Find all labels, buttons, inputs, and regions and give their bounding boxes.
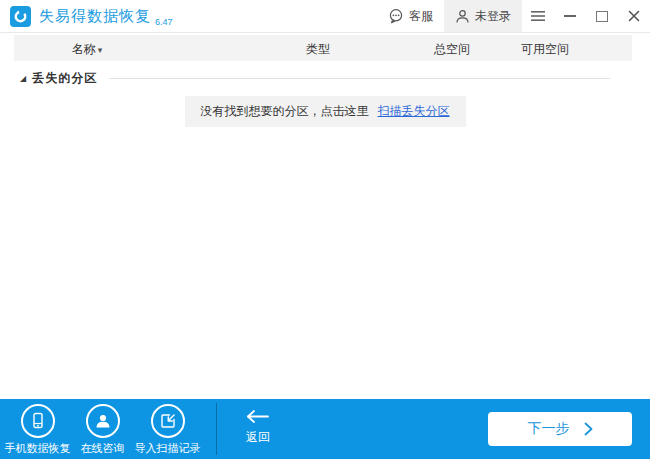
customer-service-label: 客服 xyxy=(409,8,433,25)
lost-partitions-section: ◢ 丢失的分区 xyxy=(20,70,610,87)
back-label: 返回 xyxy=(246,429,270,446)
back-arrow-icon xyxy=(246,410,270,423)
import-records-icon xyxy=(151,404,185,438)
close-icon xyxy=(628,10,640,22)
toolbar-divider xyxy=(216,403,217,455)
next-step-button[interactable]: 下一步 xyxy=(488,412,632,446)
app-title: 失易得数据恢复 xyxy=(39,7,151,26)
maximize-icon xyxy=(596,11,608,22)
section-divider xyxy=(109,78,610,79)
online-consult-label: 在线咨询 xyxy=(81,441,125,456)
scan-lost-partition-link[interactable]: 扫描丢失分区 xyxy=(378,103,450,120)
minimize-button[interactable] xyxy=(554,0,586,32)
empty-partition-message: 没有找到想要的分区，点击这里 扫描丢失分区 xyxy=(185,96,466,127)
chat-bubble-icon xyxy=(388,8,404,24)
app-version: 6.47 xyxy=(155,17,173,27)
hamburger-icon xyxy=(530,10,546,22)
import-scan-records-button[interactable]: 导入扫描记录 xyxy=(135,399,200,459)
empty-message-text: 没有找到想要的分区，点击这里 xyxy=(201,103,369,120)
customer-service-button[interactable]: 客服 xyxy=(377,0,444,32)
menu-button[interactable] xyxy=(522,0,554,32)
app-window: 失易得数据恢复 6.47 客服 未登录 xyxy=(0,0,650,459)
sort-dropdown-icon: ▾ xyxy=(98,45,103,55)
column-header-total-space: 总空间 xyxy=(434,41,470,58)
title-bar: 失易得数据恢复 6.47 客服 未登录 xyxy=(0,0,650,33)
online-consult-icon xyxy=(86,404,120,438)
bottom-toolbar: 手机数据恢复 在线咨询 导入扫描记录 xyxy=(0,399,650,459)
close-button[interactable] xyxy=(618,0,650,32)
back-button[interactable]: 返回 xyxy=(229,399,287,459)
maximize-button[interactable] xyxy=(586,0,618,32)
app-logo-icon xyxy=(10,6,31,27)
login-status-label: 未登录 xyxy=(475,8,511,25)
content-area xyxy=(0,127,650,399)
user-icon xyxy=(455,9,470,24)
phone-recovery-label: 手机数据恢复 xyxy=(5,441,71,456)
column-header-name[interactable]: 名称▾ xyxy=(72,41,103,58)
phone-recovery-icon xyxy=(21,404,55,438)
import-records-label: 导入扫描记录 xyxy=(135,441,201,456)
column-header-type: 类型 xyxy=(306,41,330,58)
partition-table-header: 名称▾ 类型 总空间 可用空间 xyxy=(14,35,632,61)
expand-triangle-icon[interactable]: ◢ xyxy=(20,75,26,83)
column-header-free-space: 可用空间 xyxy=(521,41,569,58)
login-button[interactable]: 未登录 xyxy=(444,0,522,32)
next-chevron-icon xyxy=(584,422,593,436)
phone-data-recovery-button[interactable]: 手机数据恢复 xyxy=(5,399,70,459)
next-step-label: 下一步 xyxy=(528,420,570,438)
lost-partitions-label[interactable]: 丢失的分区 xyxy=(32,70,97,87)
online-consult-button[interactable]: 在线咨询 xyxy=(70,399,135,459)
minimize-icon xyxy=(564,15,576,17)
